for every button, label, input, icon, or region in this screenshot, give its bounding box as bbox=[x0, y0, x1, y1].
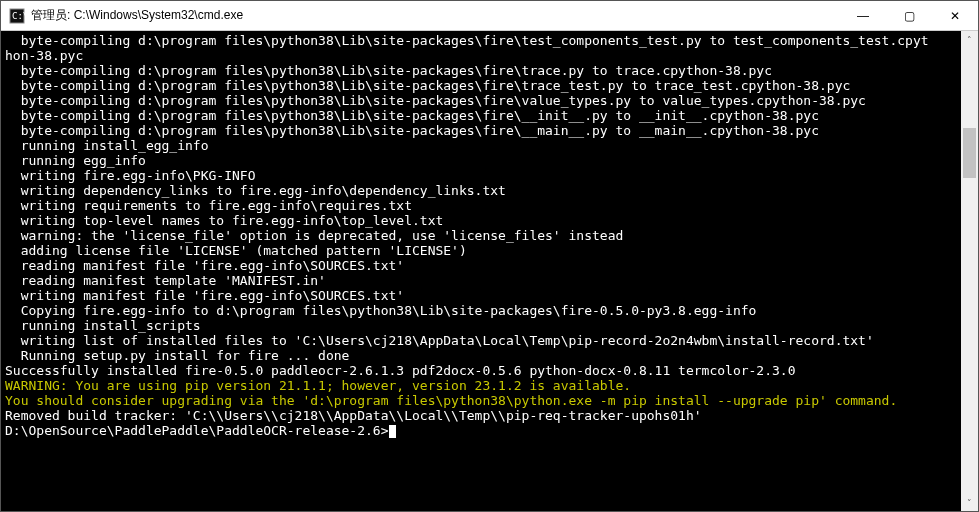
terminal-line: byte-compiling d:\program files\python38… bbox=[5, 93, 961, 108]
terminal-line: writing top-level names to fire.egg-info… bbox=[5, 213, 961, 228]
terminal-line: hon-38.pyc bbox=[5, 48, 961, 63]
terminal-line: warning: the 'license_file' option is de… bbox=[5, 228, 961, 243]
terminal-line: reading manifest file 'fire.egg-info\SOU… bbox=[5, 258, 961, 273]
close-button[interactable]: ✕ bbox=[932, 1, 978, 31]
terminal-line: byte-compiling d:\program files\python38… bbox=[5, 33, 961, 48]
scroll-track[interactable] bbox=[961, 48, 978, 494]
scroll-thumb[interactable] bbox=[963, 128, 976, 178]
titlebar[interactable]: C:\ 管理员: C:\Windows\System32\cmd.exe — ▢… bbox=[1, 1, 978, 31]
minimize-icon: — bbox=[857, 9, 869, 23]
terminal-output[interactable]: byte-compiling d:\program files\python38… bbox=[1, 31, 961, 511]
terminal-line: running egg_info bbox=[5, 153, 961, 168]
maximize-button[interactable]: ▢ bbox=[886, 1, 932, 31]
terminal-line: WARNING: You are using pip version 21.1.… bbox=[5, 378, 961, 393]
terminal-prompt-line[interactable]: D:\OpenSource\PaddlePaddle\PaddleOCR-rel… bbox=[5, 423, 961, 438]
terminal-line: You should consider upgrading via the 'd… bbox=[5, 393, 961, 408]
terminal-line: Running setup.py install for fire ... do… bbox=[5, 348, 961, 363]
terminal-line: writing requirements to fire.egg-info\re… bbox=[5, 198, 961, 213]
terminal-prompt: D:\OpenSource\PaddlePaddle\PaddleOCR-rel… bbox=[5, 423, 389, 438]
cmd-window: C:\ 管理员: C:\Windows\System32\cmd.exe — ▢… bbox=[0, 0, 979, 512]
terminal-line: writing list of installed files to 'C:\U… bbox=[5, 333, 961, 348]
close-icon: ✕ bbox=[950, 9, 960, 23]
terminal-line: byte-compiling d:\program files\python38… bbox=[5, 78, 961, 93]
terminal-line: byte-compiling d:\program files\python38… bbox=[5, 123, 961, 138]
terminal-line: byte-compiling d:\program files\python38… bbox=[5, 63, 961, 78]
client-area: byte-compiling d:\program files\python38… bbox=[1, 31, 978, 511]
svg-text:C:\: C:\ bbox=[12, 11, 25, 21]
terminal-line: Copying fire.egg-info to d:\program file… bbox=[5, 303, 961, 318]
terminal-line: Successfully installed fire-0.5.0 paddle… bbox=[5, 363, 961, 378]
chevron-up-icon: ˄ bbox=[967, 35, 972, 45]
scroll-up-button[interactable]: ˄ bbox=[961, 31, 978, 48]
scroll-down-button[interactable]: ˅ bbox=[961, 494, 978, 511]
vertical-scrollbar[interactable]: ˄ ˅ bbox=[961, 31, 978, 511]
terminal-line: writing fire.egg-info\PKG-INFO bbox=[5, 168, 961, 183]
terminal-line: byte-compiling d:\program files\python38… bbox=[5, 108, 961, 123]
chevron-down-icon: ˅ bbox=[967, 498, 972, 508]
minimize-button[interactable]: — bbox=[840, 1, 886, 31]
terminal-line: writing dependency_links to fire.egg-inf… bbox=[5, 183, 961, 198]
terminal-line: reading manifest template 'MANIFEST.in' bbox=[5, 273, 961, 288]
terminal-line: running install_scripts bbox=[5, 318, 961, 333]
window-title: 管理员: C:\Windows\System32\cmd.exe bbox=[31, 7, 243, 24]
terminal-line: Removed build tracker: 'C:\\Users\\cj218… bbox=[5, 408, 961, 423]
terminal-line: adding license file 'LICENSE' (matched p… bbox=[5, 243, 961, 258]
terminal-cursor bbox=[389, 425, 396, 438]
terminal-line: writing manifest file 'fire.egg-info\SOU… bbox=[5, 288, 961, 303]
terminal-line: running install_egg_info bbox=[5, 138, 961, 153]
cmd-icon: C:\ bbox=[9, 8, 25, 24]
maximize-icon: ▢ bbox=[904, 9, 915, 23]
